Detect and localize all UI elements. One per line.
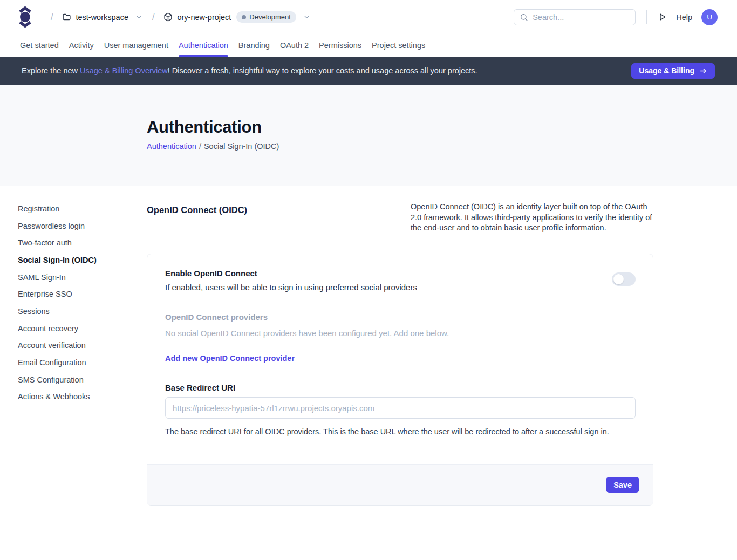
breadcrumb-separator: / (199, 142, 201, 151)
status-dot (242, 15, 246, 19)
tab-branding[interactable]: Branding (238, 34, 270, 57)
breadcrumb-separator: / (152, 12, 154, 22)
sidebar-item-account-recovery[interactable]: Account recovery (18, 320, 131, 337)
banner-text-after: ! Discover a fresh, insightful way to ex… (168, 66, 477, 75)
tab-oauth2[interactable]: OAuth 2 (280, 34, 309, 57)
sidebar-item-sms-configuration[interactable]: SMS Configuration (18, 371, 131, 388)
sidebar-item-account-verification[interactable]: Account verification (18, 337, 131, 354)
usage-billing-banner: Explore the new Usage & Billing Overview… (0, 57, 737, 85)
sidebar-item-social-sign-in[interactable]: Social Sign-In (OIDC) (18, 251, 131, 269)
toggle-knob (613, 274, 624, 284)
oidc-settings-card: Enable OpenID Connect If enabled, users … (147, 254, 653, 506)
enable-oidc-toggle[interactable] (612, 272, 636, 286)
section-title: OpenID Connect (OIDC) (147, 202, 247, 254)
sidebar-item-passwordless-login[interactable]: Passwordless login (18, 217, 131, 235)
package-icon (163, 12, 173, 22)
environment-badge: Development (236, 11, 296, 23)
user-avatar[interactable]: U (701, 9, 718, 25)
search-box[interactable] (514, 9, 636, 25)
help-link[interactable]: Help (676, 13, 692, 22)
sidebar-item-sessions[interactable]: Sessions (18, 303, 131, 320)
chevron-down-icon (303, 13, 311, 21)
breadcrumb-current: Social Sign-In (OIDC) (204, 142, 279, 151)
main-content: OpenID Connect (OIDC) OpenID Connect (OI… (147, 202, 653, 506)
tab-permissions[interactable]: Permissions (319, 34, 361, 57)
banner-text: Explore the new Usage & Billing Overview… (22, 66, 477, 75)
top-header: / test-workspace / ory-new-project Devel… (0, 0, 737, 34)
folder-icon (62, 12, 71, 22)
card-footer: Save (147, 464, 653, 505)
breadcrumb-authentication-link[interactable]: Authentication (147, 142, 196, 151)
enable-oidc-description: If enabled, users will be able to sign i… (165, 283, 417, 292)
project-selector[interactable]: ory-new-project Development (163, 11, 311, 23)
add-provider-link[interactable]: Add new OpenID Connect provider (165, 354, 295, 363)
tab-user-management[interactable]: User management (104, 34, 168, 57)
arrow-right-icon (699, 67, 707, 75)
header-divider (646, 10, 647, 24)
search-icon (520, 13, 528, 22)
breadcrumb-separator: / (51, 12, 53, 22)
sidebar-item-registration[interactable]: Registration (18, 200, 131, 217)
enable-oidc-label: Enable OpenID Connect (165, 269, 417, 278)
tab-authentication[interactable]: Authentication (179, 34, 228, 57)
workspace-name: test-workspace (76, 13, 128, 22)
save-button[interactable]: Save (606, 477, 639, 493)
redirect-uri-label: Base Redirect URI (165, 383, 636, 392)
redirect-uri-input[interactable] (165, 397, 636, 419)
ory-logo-icon[interactable] (17, 6, 33, 28)
tab-get-started[interactable]: Get started (20, 34, 59, 57)
environment-badge-label: Development (249, 13, 291, 21)
tab-project-settings[interactable]: Project settings (372, 34, 425, 57)
chevron-down-icon (135, 13, 143, 21)
project-name: ory-new-project (177, 13, 231, 22)
breadcrumb: Authentication/Social Sign-In (OIDC) (147, 142, 737, 151)
sidebar-item-actions-webhooks[interactable]: Actions & Webhooks (18, 388, 131, 406)
providers-empty-text: No social OpenID Connect providers have … (165, 329, 636, 338)
tab-activity[interactable]: Activity (69, 34, 94, 57)
banner-text-before: Explore the new (22, 66, 80, 75)
sidebar-item-email-configuration[interactable]: Email Configuration (18, 354, 131, 371)
sidebar-item-saml-sign-in[interactable]: SAML Sign-In (18, 269, 131, 286)
sidebar-item-two-factor-auth[interactable]: Two-factor auth (18, 234, 131, 251)
redirect-uri-help: The base redirect URI for all OIDC provi… (165, 427, 636, 436)
page-hero: Authentication Authentication/Social Sig… (0, 85, 737, 186)
providers-label: OpenID Connect providers (165, 312, 636, 322)
page-title: Authentication (147, 118, 737, 137)
play-icon[interactable] (658, 12, 667, 22)
settings-sidebar: Registration Passwordless login Two-fact… (18, 200, 131, 405)
usage-billing-button-label: Usage & Billing (639, 66, 694, 75)
section-description: OpenID Connect (OIDC) is an identity lay… (411, 202, 653, 254)
sidebar-item-enterprise-sso[interactable]: Enterprise SSO (18, 285, 131, 303)
project-nav-tabs: Get started Activity User management Aut… (0, 34, 737, 57)
usage-billing-button[interactable]: Usage & Billing (631, 63, 715, 79)
search-input[interactable] (533, 13, 630, 22)
workspace-selector[interactable]: test-workspace (62, 12, 143, 22)
usage-billing-overview-link[interactable]: Usage & Billing Overview (80, 66, 168, 75)
